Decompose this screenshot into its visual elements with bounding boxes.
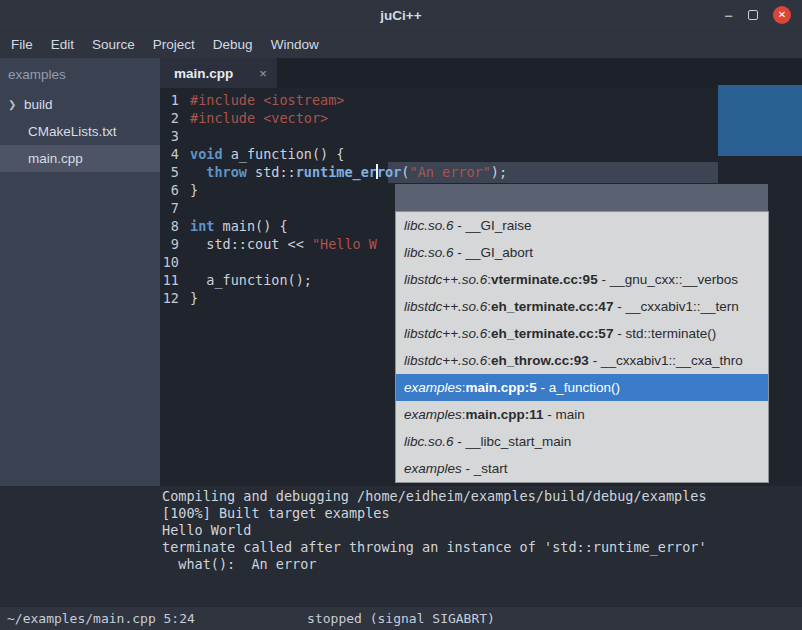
stack-frame-item[interactable]: libc.so.6 - __libc_start_main [396,428,768,455]
frame-text: examples [404,461,462,476]
menu-item-project[interactable]: Project [144,31,204,58]
code-line-5[interactable]: 5 throw std::runtime_error("An error"); [160,163,802,181]
title-bar: juCi++ − ✕ [0,0,802,30]
code-segment: a_function(); [190,272,312,288]
menu-item-source[interactable]: Source [83,31,144,58]
frame-text: - _start [462,461,508,476]
code-line-1[interactable]: 1#include <iostream> [160,91,802,109]
code-text: int main() { [190,217,288,235]
line-number: 12 [160,289,190,307]
menu-item-debug[interactable]: Debug [204,31,262,58]
code-segment: #include <iostream> [190,92,344,108]
frame-text: eh_throw.cc:93 [491,353,589,368]
frame-text: - __cxxabiv1::__tern [613,299,738,314]
file-label: CMakeLists.txt [28,124,117,139]
file-tree-panel: examples ❯buildCMakeLists.txtmain.cpp [0,58,160,486]
code-line-3[interactable]: 3 [160,127,802,145]
frame-text: - a_function() [537,380,620,395]
frame-text: - __gnu_cxx::__verbos [598,272,738,287]
tab-main-cpp[interactable]: main.cpp × [160,58,277,88]
close-icon[interactable]: ✕ [773,6,791,24]
frame-text: main.cpp:5 [466,380,537,395]
code-segment: ( [401,164,409,180]
frame-text: libc.so.6 [404,245,454,260]
code-segment: runtime_er [296,164,377,180]
stack-frame-item[interactable]: examples - _start [396,455,768,482]
frame-text: - __libc_start_main [454,434,572,449]
sidebar-item-main-cpp[interactable]: main.cpp [0,145,160,172]
stack-frame-item[interactable]: libstdc++.so.6:eh_terminate.cc:57 - std:… [396,320,768,347]
frame-text: - __GI_raise [454,218,532,233]
sidebar-item-cmakelists-txt[interactable]: CMakeLists.txt [0,118,160,145]
terminal-line: terminate called after throwing an insta… [162,539,802,556]
code-segment [190,164,206,180]
restore-icon[interactable] [748,10,758,20]
line-number: 2 [160,109,190,127]
code-text: a_function(); [190,271,312,289]
frame-text: - __cxxabiv1::__cxa_thro [589,353,743,368]
code-segment: "An error" [410,164,491,180]
stack-frame-item[interactable]: libstdc++.so.6:eh_terminate.cc:47 - __cx… [396,293,768,320]
code-segment: ); [491,164,507,180]
stack-frame-item[interactable]: examples:main.cpp:5 - a_function() [396,374,768,401]
stack-frame-item[interactable]: libc.so.6 - __GI_abort [396,239,768,266]
line-number: 3 [160,127,190,145]
code-line-2[interactable]: 2#include <vector> [160,109,802,127]
frame-text: eh_terminate.cc:47 [491,299,613,314]
code-text: throw std::runtime_error("An error"); [190,163,507,181]
frame-text: libstdc++.so.6 [404,299,487,314]
folder-label: build [24,97,53,112]
tab-bar: main.cpp × [160,58,802,88]
menu-item-edit[interactable]: Edit [42,31,83,58]
line-number: 1 [160,91,190,109]
terminal-line: Hello World [162,522,802,539]
line-number: 7 [160,199,190,217]
code-text: } [190,289,198,307]
tab-close-icon[interactable]: × [259,66,267,81]
frame-text: libc.so.6 [404,218,454,233]
frame-text: libstdc++.so.6 [404,326,487,341]
sidebar-item-build[interactable]: ❯build [0,91,160,118]
project-name-label: examples [0,62,160,91]
code-line-4[interactable]: 4void a_function() { [160,145,802,163]
code-segment: #include <vector> [190,110,328,126]
stack-frame-item[interactable]: libstdc++.so.6:vterminate.cc:95 - __gnu_… [396,266,768,293]
terminal-line: Compiling and debugging /home/eidheim/ex… [162,488,802,505]
frame-text: libc.so.6 [404,434,454,449]
menu-bar: FileEditSourceProjectDebugWindow [0,30,802,58]
frame-text: - std::terminate() [613,326,716,341]
code-segment: "Hello W [312,236,377,252]
stack-frame-item[interactable]: libstdc++.so.6:eh_throw.cc:93 - __cxxabi… [396,347,768,374]
line-number: 6 [160,181,190,199]
line-number: 4 [160,145,190,163]
code-text: } [190,181,198,199]
status-bar: stopped (signal SIGABRT) ~/examples/main… [0,606,802,630]
code-text: #include <iostream> [190,91,344,109]
terminal-output[interactable]: Compiling and debugging /home/eidheim/ex… [0,486,802,606]
terminal-line: what(): An error [162,556,802,573]
frame-text: examples [404,380,462,395]
frame-text: - main [544,407,585,422]
terminal-line: [100%] Built target examples [162,505,802,522]
frame-text: libstdc++.so.6 [404,272,487,287]
frame-text: libstdc++.so.6 [404,353,487,368]
menu-item-window[interactable]: Window [262,31,328,58]
code-segment: int [190,218,214,234]
code-text: #include <vector> [190,109,328,127]
app-window: juCi++ − ✕ FileEditSourceProjectDebugWin… [0,0,802,630]
stack-frame-item[interactable]: libc.so.6 - __GI_raise [396,212,768,239]
line-number: 11 [160,271,190,289]
menu-item-file[interactable]: File [2,31,42,58]
stack-frame-item[interactable]: examples:main.cpp:11 - main [396,401,768,428]
frame-text: vterminate.cc:95 [491,272,598,287]
code-text: void a_function() { [190,145,344,163]
code-segment: } [190,182,198,198]
minimize-icon[interactable]: − [724,8,733,23]
code-segment: std::cout << [190,236,312,252]
code-segment: main() { [214,218,287,234]
line-number: 9 [160,235,190,253]
tab-label: main.cpp [174,66,233,81]
code-segment: throw [206,164,247,180]
stack-trace-popup: libc.so.6 - __GI_raiselibc.so.6 - __GI_a… [395,211,769,483]
chevron-right-icon: ❯ [8,99,18,110]
